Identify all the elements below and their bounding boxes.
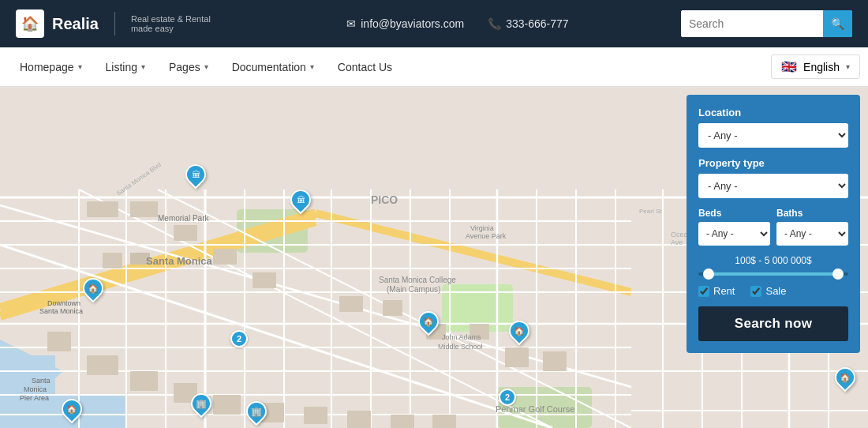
rent-checkbox[interactable]: Rent xyxy=(698,285,735,297)
chevron-down-icon: ▾ xyxy=(141,62,145,71)
nav-item-contact[interactable]: Contact Us xyxy=(326,47,404,87)
logo-text: Realia xyxy=(52,15,99,33)
map-pin-number[interactable]: 2 xyxy=(230,330,248,347)
map-container: Santa Monica Santa Monica College (Main … xyxy=(0,87,868,428)
map-pin[interactable]: 🏠 xyxy=(835,367,855,388)
nav-item-documentation[interactable]: Documentation ▾ xyxy=(220,47,326,87)
search-input[interactable] xyxy=(681,10,823,37)
nav-item-listing[interactable]: Listing ▾ xyxy=(94,47,157,87)
map-pin[interactable]: 🏠 xyxy=(83,278,103,298)
baths-label: Baths xyxy=(776,208,848,219)
flag-icon: 🇬🇧 xyxy=(781,59,797,74)
nav-items: Homepage ▾ Listing ▾ Pages ▾ Documentati… xyxy=(8,47,771,87)
phone-contact: 📞 333-666-777 xyxy=(488,17,568,30)
sale-checkbox[interactable]: Sale xyxy=(750,285,786,297)
map-pin[interactable]: 🏠 xyxy=(509,321,529,341)
email-icon: ✉ xyxy=(346,17,356,30)
search-panel: Location - Any - Property type - Any - B… xyxy=(687,95,860,353)
location-label: Location xyxy=(698,107,848,118)
beds-select[interactable]: - Any - xyxy=(698,222,770,246)
search-button[interactable]: 🔍 xyxy=(823,10,852,37)
map-pin[interactable]: 🏢 xyxy=(191,393,211,414)
map-pin[interactable]: 🏛 xyxy=(290,190,311,210)
baths-group: Baths - Any - xyxy=(776,208,848,246)
navbar: Homepage ▾ Listing ▾ Pages ▾ Documentati… xyxy=(0,47,868,87)
location-select[interactable]: - Any - xyxy=(698,123,848,148)
phone-text: 333-666-777 xyxy=(506,17,568,30)
map-pin-number[interactable]: 2 xyxy=(499,389,516,406)
search-now-button[interactable]: Search now xyxy=(698,306,848,341)
site-header: 🏠 Realia Real estate & Rental made easy … xyxy=(0,0,868,47)
map-pin[interactable]: 🏛 xyxy=(185,164,206,185)
logo-icon: 🏠 xyxy=(16,9,44,38)
logo-area: 🏠 Realia Real estate & Rental made easy xyxy=(16,9,211,38)
checkboxes: Rent Sale xyxy=(698,285,848,297)
language-label: English xyxy=(803,61,840,73)
logo-divider xyxy=(114,12,115,36)
chevron-down-icon: ▾ xyxy=(310,62,314,71)
baths-select[interactable]: - Any - xyxy=(776,222,848,246)
chevron-down-icon: ▾ xyxy=(204,62,208,71)
chevron-down-icon: ▾ xyxy=(846,62,850,71)
nav-item-pages[interactable]: Pages ▾ xyxy=(157,47,220,87)
price-slider[interactable] xyxy=(698,272,848,276)
property-type-label: Property type xyxy=(698,157,848,169)
phone-icon: 📞 xyxy=(488,17,501,30)
map-pin[interactable]: 🏢 xyxy=(246,401,267,422)
property-type-select[interactable]: - Any - xyxy=(698,174,848,198)
language-selector[interactable]: 🇬🇧 English ▾ xyxy=(771,54,860,79)
price-range-label: 100$ - 5 000 000$ xyxy=(698,255,848,266)
contact-info: ✉ info@byaviators.com 📞 333-666-777 xyxy=(346,17,568,30)
email-contact: ✉ info@byaviators.com xyxy=(346,17,464,30)
nav-item-homepage[interactable]: Homepage ▾ xyxy=(8,47,94,87)
logo-tagline: Real estate & Rental made easy xyxy=(131,14,211,33)
beds-group: Beds - Any - xyxy=(698,208,770,246)
chevron-down-icon: ▾ xyxy=(78,62,82,71)
beds-label: Beds xyxy=(698,208,770,219)
beds-baths-group: Beds - Any - Baths - Any - xyxy=(698,208,848,246)
sale-label: Sale xyxy=(765,285,786,297)
rent-label: Rent xyxy=(713,285,735,297)
map-pin[interactable]: 🏠 xyxy=(62,399,82,419)
map-pin[interactable]: 🏠 xyxy=(418,311,439,332)
header-search-box[interactable]: 🔍 xyxy=(681,10,852,37)
email-text: info@byaviators.com xyxy=(361,17,464,30)
